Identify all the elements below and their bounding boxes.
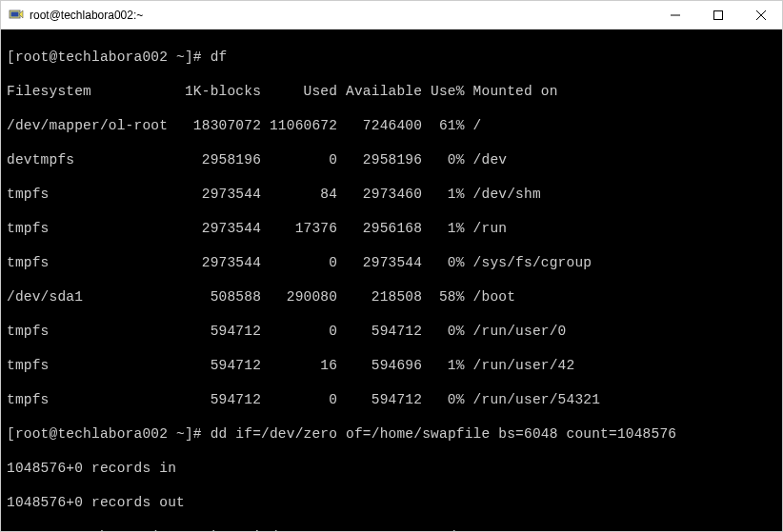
dd-output: 6341787648 bytes (6.3 GB) copied, 74.827… [7,528,776,531]
command-df: df [211,49,228,65]
df-row: tmpfs 2973544 84 2973460 1% /dev/shm [7,186,776,203]
terminal-content[interactable]: [root@techlabora002 ~]# df Filesystem 1K… [1,30,782,531]
df-row: tmpfs 2973544 17376 2956168 1% /run [7,220,776,237]
svg-rect-3 [713,10,722,19]
prompt: [root@techlabora002 ~]# [7,426,202,442]
close-button[interactable] [739,1,782,29]
df-row: devtmpfs 2958196 0 2958196 0% /dev [7,151,776,168]
svg-rect-1 [11,11,19,16]
command-dd: dd if=/dev/zero of=/home/swapfile bs=604… [211,426,677,442]
df-row: tmpfs 594712 0 594712 0% /run/user/0 [7,323,776,340]
df-row: /dev/sda1 508588 290080 218508 58% /boot [7,288,776,305]
window-controls [653,1,782,29]
dd-output: 1048576+0 records in [7,460,776,477]
window-title: root@techlabora002:~ [30,9,653,22]
app-window: root@techlabora002:~ [root@techlabora002… [0,0,783,532]
putty-icon [9,8,24,23]
dd-output: 1048576+0 records out [7,494,776,511]
df-row: tmpfs 594712 16 594696 1% /run/user/42 [7,357,776,374]
minimize-button[interactable] [653,1,696,29]
prompt: [root@techlabora002 ~]# [7,49,202,65]
df-row: tmpfs 2973544 0 2973544 0% /sys/fs/cgrou… [7,254,776,271]
df-row: tmpfs 594712 0 594712 0% /run/user/54321 [7,391,776,408]
titlebar[interactable]: root@techlabora002:~ [1,1,782,30]
df-header: Filesystem 1K-blocks Used Available Use%… [7,83,776,100]
df-row: /dev/mapper/ol-root 18307072 11060672 72… [7,117,776,134]
maximize-button[interactable] [696,1,739,29]
